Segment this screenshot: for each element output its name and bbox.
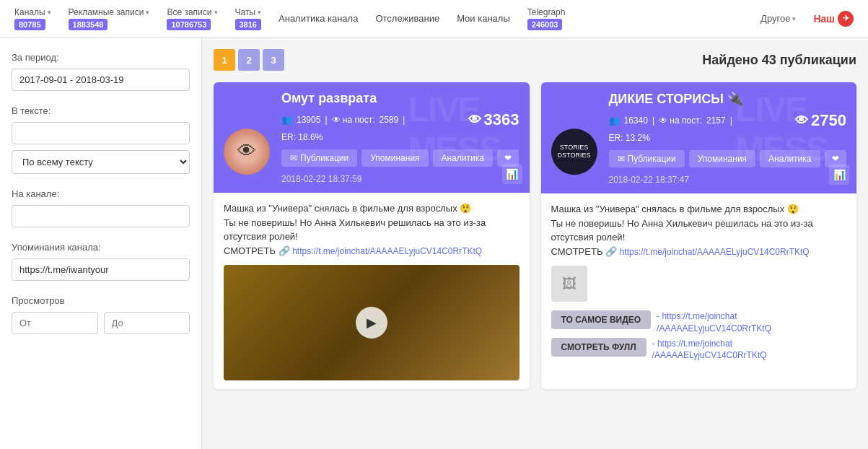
filter-views: Просмотров xyxy=(12,295,190,334)
card-storis-timestamp: 2018-02-22 18:37:47 xyxy=(609,175,847,185)
cta-row-1: ТО САМОЕ ВИДЕО - https://t.me/joinchat/A… xyxy=(551,310,847,335)
nav-telegraph[interactable]: Telegraph 246003 xyxy=(520,3,573,35)
cta-button-2[interactable]: СМОТРЕТЬ ФУЛЛ xyxy=(551,338,646,357)
nav-telegraph-badge: 246003 xyxy=(527,19,563,30)
cta-button-1[interactable]: ТО САМОЕ ВИДЕО xyxy=(551,310,652,329)
page-3-button[interactable]: 3 xyxy=(263,49,284,71)
card-omut-timestamp: 2018-02-22 18:37:59 xyxy=(281,174,520,184)
filter-text: В тексте: По всему тексту xyxy=(12,105,190,174)
card-omut-er: ER: 18.6% xyxy=(281,132,520,142)
cta-link-1: - https://t.me/joinchat/AAAAAELyjuCV14C0… xyxy=(657,310,771,335)
image-placeholder: 🖼 xyxy=(551,266,587,302)
views-to-input[interactable] xyxy=(104,312,190,334)
nav-ad-posts-badge: 1883548 xyxy=(69,19,108,30)
text-scope-select[interactable]: По всему тексту xyxy=(12,150,190,174)
analytics-button-2[interactable]: Аналитика xyxy=(760,150,820,167)
nav-other[interactable]: Другое ▾ xyxy=(753,9,803,28)
publish-button-2[interactable]: ✉ Публикации xyxy=(609,150,685,167)
telegram-icon: ✈ xyxy=(838,11,854,27)
cta-link-2: - https://t.me/joinchat/AAAAAELyjuCV14C0… xyxy=(652,338,767,362)
top-navigation: Каналы ▾ 80785 Рекламные записи ▾ 188354… xyxy=(0,0,868,38)
nav-channels-label: Каналы ▾ xyxy=(14,7,51,17)
card-omut-views-post: 2589 xyxy=(379,115,398,125)
card-storis-title: ДИКИЕ СТОРИСЫ 🔌 xyxy=(609,91,847,107)
nav-chats-label: Чаты ▾ xyxy=(235,7,262,17)
card-storis-avatar: STORIESDSTORIES xyxy=(551,128,597,175)
sidebar: За период: В тексте: По всему тексту На … xyxy=(0,38,202,449)
nav-channels-badge: 80785 xyxy=(14,19,45,30)
filter-channel: На канале: xyxy=(12,188,190,227)
post-image: ▶ xyxy=(224,265,520,380)
cta-block: ТО САМОЕ ВИДЕО - https://t.me/joinchat/A… xyxy=(551,310,847,362)
card-storis-er: ER: 13.2% xyxy=(609,133,847,143)
card-storis-header: LIVEMESS STORIESDSTORIES ДИКИЕ СТОРИСЫ 🔌… xyxy=(541,82,857,193)
views-from-input[interactable] xyxy=(12,312,98,334)
period-label: За период: xyxy=(12,52,190,63)
views-label: Просмотров xyxy=(12,295,190,306)
filter-period: За период: xyxy=(12,52,190,91)
views-eye-icon: 👁 xyxy=(468,113,481,128)
publish-button[interactable]: ✉ Публикации xyxy=(281,149,357,167)
nav-my-channels-label: Мои каналы xyxy=(457,13,510,24)
nav-analytics-label: Аналитика канала xyxy=(279,13,358,24)
mentions-input[interactable] xyxy=(12,258,190,281)
filter-mentions: Упоминания канала: xyxy=(12,242,190,281)
nav-my-channels[interactable]: Мои каналы xyxy=(450,9,517,28)
analytics-button[interactable]: Аналитика xyxy=(433,149,493,167)
nav-chats[interactable]: Чаты ▾ 3816 xyxy=(228,3,269,35)
top-bar: 1 2 3 Найдено 43 публикации xyxy=(214,49,856,71)
mentions-label: Упоминания канала: xyxy=(12,242,190,253)
period-input[interactable] xyxy=(12,69,190,91)
card-omut-header: LIVEMESS 👁 Омут разврата 👥 13905 | 👁 на … xyxy=(214,82,530,193)
nav-ad-posts[interactable]: Рекламные записи ▾ 1883548 xyxy=(61,3,157,35)
nav-ad-posts-label: Рекламные записи ▾ xyxy=(69,7,150,17)
chart-icon-2[interactable]: 📊 xyxy=(829,165,849,185)
nav-tracking-label: Отслеживание xyxy=(375,13,439,24)
channel-label: На канале: xyxy=(12,188,190,199)
nav-all-posts[interactable]: Все записи ▾ 10786753 xyxy=(159,3,224,35)
card-omut-body: Машка из "Универа" снялась в фильме для … xyxy=(214,193,530,389)
card-omut-views: 3363 xyxy=(484,110,520,129)
views-eye-icon-2: 👁 xyxy=(795,113,808,128)
card-storis-views-post: 2157 xyxy=(706,115,726,126)
text-input[interactable] xyxy=(12,122,190,144)
card-omut-subs: 13905 xyxy=(297,115,320,125)
mention-button-2[interactable]: Упоминания xyxy=(689,150,755,167)
nav-channels[interactable]: Каналы ▾ 80785 xyxy=(7,3,58,35)
post-text-2: Машка из "Универа" снялась в фильме для … xyxy=(551,202,847,258)
chart-icon[interactable]: 📊 xyxy=(502,164,522,184)
card-omut-title: Омут разврата xyxy=(281,91,520,106)
content-area: 1 2 3 Найдено 43 публикации LIVEMESS 👁 О… xyxy=(202,38,868,449)
nav-all-posts-badge: 10786753 xyxy=(167,19,211,30)
nav-analytics[interactable]: Аналитика канала xyxy=(271,9,365,28)
nav-all-posts-label: Все записи ▾ xyxy=(167,7,217,17)
page-1-button[interactable]: 1 xyxy=(214,49,235,71)
results-count: Найдено 43 публикации xyxy=(702,53,856,68)
play-button[interactable]: ▶ xyxy=(356,307,387,339)
text-label: В тексте: xyxy=(12,105,190,116)
page-2-button[interactable]: 2 xyxy=(238,49,260,71)
post-text: Машка из "Универа" снялась в фильме для … xyxy=(224,201,520,258)
nav-chats-badge: 3816 xyxy=(235,19,261,30)
nav-telegraph-label: Telegraph xyxy=(527,7,566,17)
card-omut-avatar: 👁 xyxy=(224,128,270,175)
card-storis: LIVEMESS STORIESDSTORIES ДИКИЕ СТОРИСЫ 🔌… xyxy=(541,82,857,389)
cta-row-2: СМОТРЕТЬ ФУЛЛ - https://t.me/joinchat/AA… xyxy=(551,338,847,362)
cards-grid: LIVEMESS 👁 Омут разврата 👥 13905 | 👁 на … xyxy=(214,82,856,389)
mention-button[interactable]: Упоминания xyxy=(361,149,428,167)
card-omut-buttons: ✉ Публикации Упоминания Аналитика ❤ xyxy=(281,149,520,167)
card-storis-buttons: ✉ Публикации Упоминания Аналитика ❤ xyxy=(609,150,847,167)
nav-tracking[interactable]: Отслеживание xyxy=(368,9,447,28)
main-layout: За период: В тексте: По всему тексту На … xyxy=(0,38,868,449)
pagination: 1 2 3 xyxy=(214,49,284,71)
card-omut: LIVEMESS 👁 Омут разврата 👥 13905 | 👁 на … xyxy=(214,82,530,389)
card-storis-views: 2750 xyxy=(811,111,846,130)
card-storis-body: Машка из "Универа" снялась в фильме для … xyxy=(541,193,857,376)
nav-nash[interactable]: Наш ✈ xyxy=(806,6,861,31)
channel-input[interactable] xyxy=(12,205,190,227)
card-storis-subs: 16340 xyxy=(624,115,648,126)
